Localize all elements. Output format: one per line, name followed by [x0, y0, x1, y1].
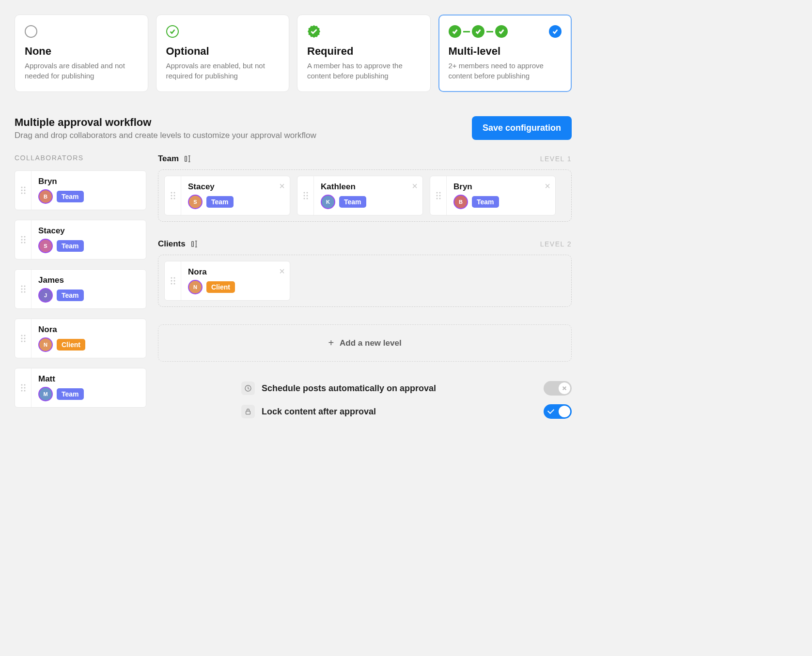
svg-point-32 — [173, 192, 175, 194]
svg-point-6 — [21, 236, 22, 238]
plus-icon: + — [328, 337, 334, 349]
svg-point-48 — [439, 198, 440, 199]
svg-rect-49 — [191, 242, 193, 247]
lock-icon — [241, 405, 255, 418]
svg-point-4 — [21, 193, 22, 194]
person-name: Stacey — [38, 226, 139, 236]
svg-point-16 — [21, 291, 22, 293]
drag-handle-icon[interactable] — [165, 176, 181, 215]
drag-handle-icon[interactable] — [15, 171, 31, 210]
level-dropzone[interactable]: Stacey S Team × Kathleen K Team × Bryn B… — [158, 169, 572, 222]
svg-point-11 — [24, 242, 25, 244]
option-title: Optional — [166, 45, 280, 58]
svg-point-12 — [21, 286, 22, 287]
person-name: James — [38, 275, 139, 285]
multilevel-chain-icon — [449, 25, 508, 38]
check-circle-outline-icon — [166, 25, 179, 38]
level-header: Clients LEVEL 2 — [158, 239, 572, 249]
avatar: N — [38, 337, 53, 352]
svg-point-9 — [24, 239, 25, 241]
role-tag: Team — [57, 290, 84, 301]
svg-point-55 — [173, 283, 175, 285]
collaborators-column: COLLABORATORS Bryn B Team Stacey S Team … — [15, 154, 146, 419]
drag-handle-icon[interactable] — [430, 176, 447, 215]
person-card[interactable]: Stacey S Team — [15, 220, 146, 259]
person-card[interactable]: Nora N Client × — [164, 261, 290, 301]
approval-option-cards: None Approvals are disabled and not need… — [15, 15, 572, 92]
svg-point-19 — [24, 335, 25, 336]
svg-point-53 — [173, 280, 175, 282]
workflow-title: Multiple approval workflow — [15, 116, 316, 129]
svg-point-28 — [21, 390, 22, 392]
option-optional[interactable]: Optional Approvals are enabled, but not … — [156, 15, 290, 92]
role-tag: Client — [206, 281, 235, 293]
option-desc: Approvals are enabled, but not required … — [166, 61, 280, 81]
drag-handle-icon[interactable] — [15, 368, 31, 407]
person-card[interactable]: Bryn B Team × — [430, 176, 556, 215]
save-configuration-button[interactable]: Save configuration — [472, 116, 572, 140]
svg-point-34 — [173, 195, 175, 197]
avatar: M — [38, 387, 53, 401]
option-required[interactable]: Required A member has to approve the con… — [297, 15, 431, 92]
role-tag: Team — [57, 240, 84, 252]
schedule-toggle[interactable] — [544, 381, 572, 396]
level-header: Team LEVEL 1 — [158, 154, 572, 164]
option-desc: Approvals are disabled and not needed fo… — [25, 61, 138, 81]
option-none[interactable]: None Approvals are disabled and not need… — [15, 15, 148, 92]
svg-point-3 — [24, 190, 25, 191]
drag-handle-icon[interactable] — [15, 270, 31, 308]
svg-point-37 — [303, 192, 305, 194]
setting-label: Schedule posts automatically on approval — [262, 383, 436, 394]
person-card[interactable]: Nora N Client — [15, 319, 146, 358]
svg-point-52 — [171, 280, 172, 282]
drag-handle-icon[interactable] — [15, 319, 31, 358]
svg-point-7 — [24, 236, 25, 238]
svg-point-22 — [21, 341, 22, 342]
level-dropzone[interactable]: Nora N Client × — [158, 255, 572, 307]
svg-point-8 — [21, 239, 22, 241]
rename-icon[interactable] — [190, 240, 199, 248]
svg-point-39 — [303, 195, 305, 197]
avatar: B — [453, 195, 468, 209]
option-title: Required — [307, 45, 421, 58]
avatar: B — [38, 189, 53, 204]
svg-point-13 — [24, 286, 25, 287]
svg-point-10 — [21, 242, 22, 244]
avatar: N — [188, 280, 203, 294]
person-card[interactable]: Bryn B Team — [15, 170, 146, 210]
drag-handle-icon[interactable] — [15, 220, 31, 259]
remove-person-button[interactable]: × — [545, 181, 550, 191]
lock-toggle[interactable] — [544, 404, 572, 419]
svg-point-33 — [171, 195, 172, 197]
level-name: Team — [158, 154, 179, 164]
avatar: K — [321, 195, 335, 209]
remove-person-button[interactable]: × — [279, 181, 285, 191]
role-tag: Team — [339, 196, 366, 208]
svg-point-40 — [306, 195, 308, 197]
avatar: J — [38, 288, 53, 303]
option-title: Multi-level — [449, 45, 562, 58]
drag-handle-icon[interactable] — [297, 176, 314, 215]
svg-point-23 — [24, 341, 25, 342]
remove-person-button[interactable]: × — [279, 266, 285, 276]
person-name: Kathleen — [321, 182, 416, 192]
svg-point-1 — [24, 187, 25, 188]
remove-person-button[interactable]: × — [412, 181, 418, 191]
person-card[interactable]: James J Team — [15, 269, 146, 309]
selected-check-icon — [549, 25, 562, 38]
person-card[interactable]: Matt M Team — [15, 368, 146, 408]
person-name: Bryn — [38, 177, 139, 186]
drag-handle-icon[interactable] — [165, 261, 181, 300]
add-level-button[interactable]: + Add a new level — [158, 324, 572, 362]
person-card[interactable]: Stacey S Team × — [164, 176, 290, 215]
rename-icon[interactable] — [184, 154, 192, 163]
svg-point-2 — [21, 190, 22, 191]
person-card[interactable]: Kathleen K Team × — [297, 176, 423, 215]
svg-point-29 — [24, 390, 25, 392]
svg-point-25 — [24, 384, 25, 386]
svg-point-14 — [21, 289, 22, 290]
svg-point-51 — [173, 277, 175, 279]
svg-point-35 — [171, 198, 172, 199]
setting-lock: Lock content after approval — [158, 404, 572, 419]
option-multilevel[interactable]: Multi-level 2+ members need to approve c… — [438, 15, 572, 92]
